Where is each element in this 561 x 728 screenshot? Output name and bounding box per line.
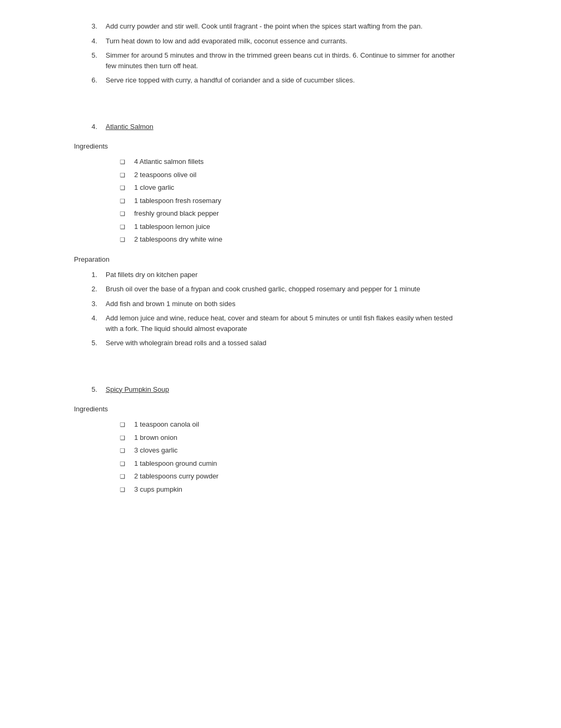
recipe-4-title-row: 4. Atlantic Salmon [74, 122, 455, 132]
ingredient-text: freshly ground black pepper [134, 208, 455, 219]
step-text: Simmer for around 5 minutes and throw in… [106, 50, 455, 71]
ingredient-text: 1 teaspoon canola oil [134, 419, 455, 430]
ingredient-text: 4 Atlantic salmon fillets [134, 156, 455, 167]
ingredient-text: 1 tablespoon lemon juice [134, 222, 455, 232]
bullet-icon: ❑ [116, 419, 129, 430]
prep-step-1: 1. Pat fillets dry on kitchen paper [74, 270, 455, 280]
recipe-4-ingredients-label: Ingredients [74, 142, 455, 150]
ingredient-text: 2 teaspoons olive oil [134, 170, 455, 180]
ingredient-item: ❑ 1 tablespoon fresh rosemary [116, 196, 455, 206]
ingredient-text: 3 cups pumpkin [134, 484, 455, 495]
step-text: Add lemon juice and wine, reduce heat, c… [106, 313, 455, 334]
ingredient-item: ❑ 2 tablespoons dry white wine [116, 234, 455, 245]
step-number: 6. [74, 75, 106, 86]
step-number: 4. [74, 36, 106, 47]
step-6: 6. Serve rice topped with curry, a handf… [74, 75, 455, 86]
previous-recipe-steps: 3. Add curry powder and stir well. Cook … [74, 21, 455, 86]
ingredient-text: 1 tablespoon fresh rosemary [134, 196, 455, 206]
ingredient-item: ❑ 1 tablespoon ground cumin [116, 458, 455, 469]
step-text: Add curry powder and stir well. Cook unt… [106, 21, 455, 32]
bullet-icon: ❑ [116, 196, 129, 206]
step-number: 5. [74, 338, 106, 348]
step-text: Brush oil over the base of a frypan and … [106, 284, 455, 294]
recipe-4-number: 4. [74, 122, 106, 132]
ingredient-text: 1 tablespoon ground cumin [134, 458, 455, 469]
step-text: Serve rice topped with curry, a handful … [106, 75, 455, 86]
recipe-4: 4. Atlantic Salmon Ingredients ❑ 4 Atlan… [74, 122, 455, 348]
prep-step-4: 4. Add lemon juice and wine, reduce heat… [74, 313, 455, 334]
step-number: 2. [74, 284, 106, 294]
ingredient-item: ❑ 3 cups pumpkin [116, 484, 455, 495]
bullet-icon: ❑ [116, 445, 129, 456]
ingredient-item: ❑ 2 teaspoons olive oil [116, 170, 455, 180]
step-4: 4. Turn heat down to low and add evapora… [74, 36, 455, 47]
ingredient-item: ❑ 4 Atlantic salmon fillets [116, 156, 455, 167]
bullet-icon: ❑ [116, 182, 129, 193]
ingredient-item: ❑ 3 cloves garlic [116, 445, 455, 456]
recipe-5: 5. Spicy Pumpkin Soup Ingredients ❑ 1 te… [74, 384, 455, 495]
recipe-4-preparation-steps: 1. Pat fillets dry on kitchen paper 2. B… [74, 270, 455, 348]
ingredient-text: 1 brown onion [134, 432, 455, 443]
bullet-icon: ❑ [116, 222, 129, 232]
prep-step-3: 3. Add fish and brown 1 minute on both s… [74, 299, 455, 309]
prep-step-2: 2. Brush oil over the base of a frypan a… [74, 284, 455, 294]
ingredient-text: 2 tablespoons curry powder [134, 471, 455, 482]
step-3: 3. Add curry powder and stir well. Cook … [74, 21, 455, 32]
ingredient-item: ❑ freshly ground black pepper [116, 208, 455, 219]
step-number: 4. [74, 313, 106, 334]
recipe-5-ingredients-list: ❑ 1 teaspoon canola oil ❑ 1 brown onion … [116, 419, 455, 494]
ingredient-text: 1 clove garlic [134, 182, 455, 193]
bullet-icon: ❑ [116, 234, 129, 245]
recipe-4-preparation-label: Preparation [74, 255, 455, 263]
recipe-5-ingredients-label: Ingredients [74, 405, 455, 413]
recipe-4-ingredients-list: ❑ 4 Atlantic salmon fillets ❑ 2 teaspoon… [116, 156, 455, 245]
bullet-icon: ❑ [116, 170, 129, 180]
prep-step-5: 5. Serve with wholegrain bread rolls and… [74, 338, 455, 348]
recipe-5-number: 5. [74, 384, 106, 395]
step-text: Add fish and brown 1 minute on both side… [106, 299, 455, 309]
ingredient-text: 3 cloves garlic [134, 445, 455, 456]
ingredient-item: ❑ 2 tablespoons curry powder [116, 471, 455, 482]
recipe-5-title-row: 5. Spicy Pumpkin Soup [74, 384, 455, 395]
step-number: 3. [74, 21, 106, 32]
ingredient-item: ❑ 1 teaspoon canola oil [116, 419, 455, 430]
step-text: Turn heat down to low and add evaporated… [106, 36, 455, 47]
recipe-5-title: Spicy Pumpkin Soup [106, 384, 455, 395]
bullet-icon: ❑ [116, 484, 129, 495]
ingredient-item: ❑ 1 clove garlic [116, 182, 455, 193]
step-text: Serve with wholegrain bread rolls and a … [106, 338, 455, 348]
bullet-icon: ❑ [116, 458, 129, 469]
bullet-icon: ❑ [116, 208, 129, 219]
step-number: 1. [74, 270, 106, 280]
recipe-4-title: Atlantic Salmon [106, 122, 455, 132]
step-number: 3. [74, 299, 106, 309]
step-number: 5. [74, 50, 106, 71]
ingredient-text: 2 tablespoons dry white wine [134, 234, 455, 245]
step-5: 5. Simmer for around 5 minutes and throw… [74, 50, 455, 71]
bullet-icon: ❑ [116, 432, 129, 443]
ingredient-item: ❑ 1 brown onion [116, 432, 455, 443]
ingredient-item: ❑ 1 tablespoon lemon juice [116, 222, 455, 232]
step-text: Pat fillets dry on kitchen paper [106, 270, 455, 280]
bullet-icon: ❑ [116, 156, 129, 167]
bullet-icon: ❑ [116, 471, 129, 482]
